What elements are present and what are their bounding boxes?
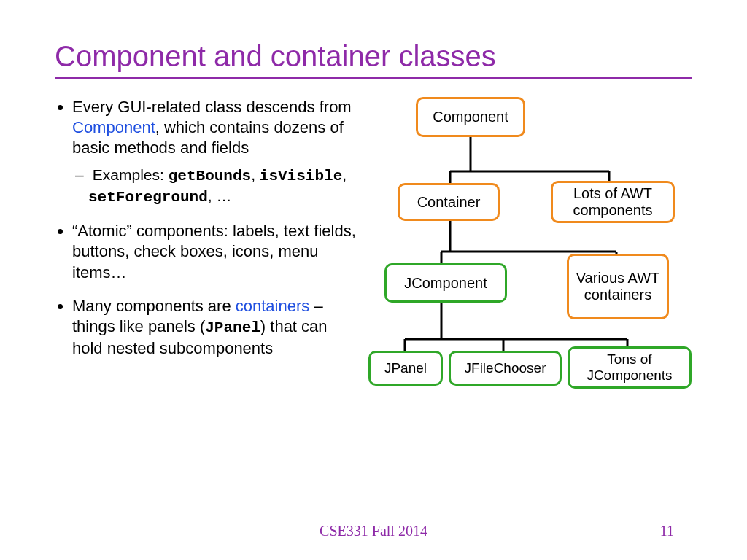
bullet-1-pre: Every GUI-related class descends from — [72, 98, 352, 116]
node-component: Component — [416, 97, 525, 137]
bullet-2: “Atomic” components: labels, text fields… — [72, 221, 361, 282]
slide: Component and container classes Every GU… — [0, 0, 747, 560]
examples-post: , … — [208, 187, 232, 204]
page-number: 11 — [660, 523, 674, 540]
slide-body: Every GUI-related class descends from Co… — [55, 97, 692, 432]
bullet-1-component: Component — [72, 118, 155, 136]
examples-label: Examples: — [93, 166, 169, 183]
title-rule — [55, 77, 692, 79]
bullet-3-containers: containers — [236, 297, 310, 315]
bullet-1: Every GUI-related class descends from Co… — [72, 97, 361, 208]
code-setforeground: setForeground — [88, 189, 208, 206]
footer-text: CSE331 Fall 2014 — [0, 523, 747, 540]
class-hierarchy-diagram: Component Container Lots of AWT componen… — [376, 97, 689, 432]
bullet-1-sub: Examples: getBounds, isVisible, setForeg… — [72, 166, 361, 208]
node-jpanel: JPanel — [368, 351, 443, 386]
node-container: Container — [398, 183, 500, 221]
code-isvisible: isVisible — [260, 168, 342, 184]
bullet-3-pre: Many components are — [72, 297, 236, 315]
text-column: Every GUI-related class descends from Co… — [55, 97, 361, 432]
node-awt-containers: Various AWT containers — [567, 254, 669, 319]
bullet-1-sub-item: Examples: getBounds, isVisible, setForeg… — [88, 166, 361, 208]
diagram-column: Component Container Lots of AWT componen… — [376, 97, 692, 432]
node-jcomponent: JComponent — [384, 263, 507, 303]
node-tons-jcomponents: Tons of JComponents — [568, 346, 692, 389]
slide-title: Component and container classes — [55, 40, 692, 73]
bullet-list: Every GUI-related class descends from Co… — [55, 97, 361, 359]
bullet-3: Many components are containers – things … — [72, 296, 361, 359]
code-jpanel: JPanel — [205, 319, 260, 336]
node-awt-components: Lots of AWT components — [551, 181, 675, 223]
node-jfilechooser: JFileChooser — [449, 351, 562, 386]
code-getbounds: getBounds — [169, 168, 251, 184]
